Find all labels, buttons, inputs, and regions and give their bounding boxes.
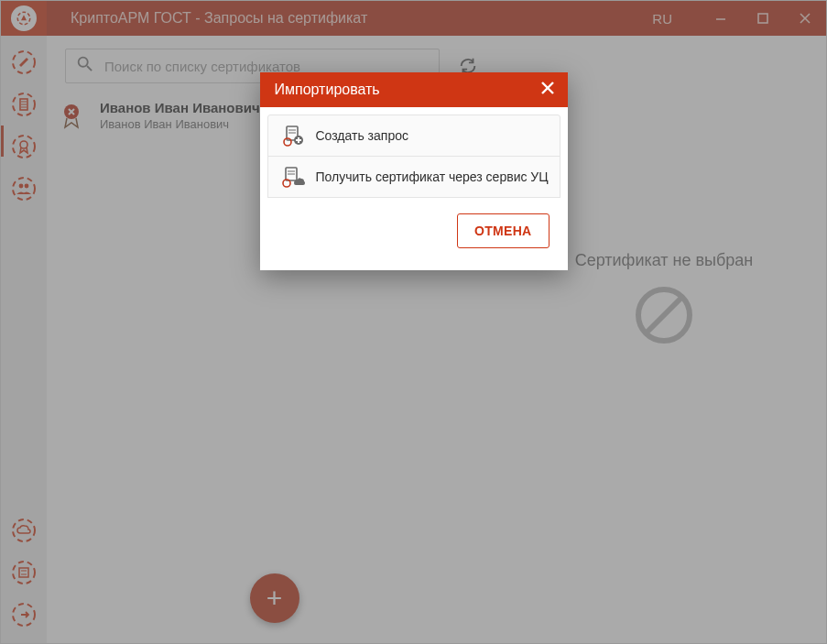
create-request-icon xyxy=(277,121,307,150)
option-create-request[interactable]: Создать запрос xyxy=(267,115,560,157)
dialog-title: Импортировать xyxy=(275,82,380,98)
ca-service-icon xyxy=(277,162,307,191)
option-ca-service[interactable]: Получить сертификат через сервис УЦ xyxy=(267,156,560,198)
svg-point-30 xyxy=(284,138,291,146)
app-window: КриптоАРМ ГОСТ - Запросы на сертификат R… xyxy=(0,0,827,644)
option-label: Получить сертификат через сервис УЦ xyxy=(316,169,549,184)
option-label: Создать запрос xyxy=(316,128,408,143)
cancel-button[interactable]: ОТМЕНА xyxy=(457,213,549,248)
import-dialog: Импортировать Создать запрос Получить се xyxy=(260,72,568,270)
modal-overlay[interactable]: Импортировать Создать запрос Получить се xyxy=(1,1,826,643)
dialog-header: Импортировать xyxy=(260,72,568,107)
dialog-close-button[interactable] xyxy=(540,81,555,99)
